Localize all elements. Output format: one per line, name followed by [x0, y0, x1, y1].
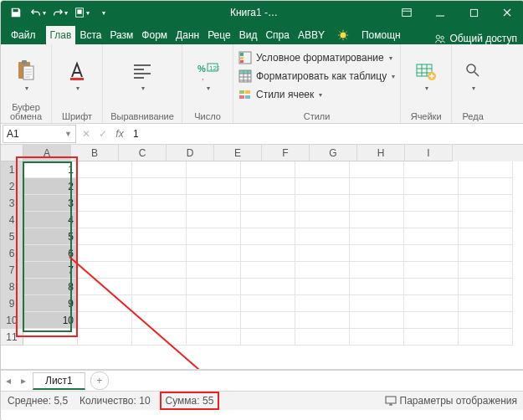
cells-button[interactable]: ▾: [404, 48, 448, 103]
cell[interactable]: [459, 262, 513, 279]
col-header[interactable]: A: [23, 145, 71, 161]
col-header[interactable]: B: [71, 145, 119, 161]
cell[interactable]: [459, 212, 513, 228]
format-as-table[interactable]: Форматировать как таблицу ▾: [238, 68, 395, 85]
cell[interactable]: [241, 262, 295, 279]
cell[interactable]: [187, 245, 241, 262]
cell[interactable]: [241, 212, 295, 228]
tab-abby[interactable]: ABBY: [294, 26, 329, 44]
row-header[interactable]: 10: [1, 312, 23, 329]
cell[interactable]: [459, 295, 513, 312]
cell[interactable]: [132, 279, 187, 295]
spreadsheet-grid[interactable]: A B C D E F G H I 1122334455667788991010…: [1, 145, 523, 370]
tab-data[interactable]: Данн: [172, 26, 203, 44]
row-header[interactable]: 7: [1, 262, 23, 279]
tab-review[interactable]: Реце: [203, 26, 235, 44]
cell[interactable]: [78, 329, 132, 346]
cell[interactable]: [295, 212, 350, 228]
cell[interactable]: [187, 178, 241, 195]
row-header[interactable]: 5: [1, 228, 23, 245]
alignment-button[interactable]: ▾: [109, 48, 176, 103]
cell[interactable]: [295, 161, 350, 178]
cell[interactable]: [187, 228, 241, 245]
cell[interactable]: [350, 312, 404, 329]
tab-view[interactable]: Вид: [235, 26, 262, 44]
cell[interactable]: [187, 295, 241, 312]
cell[interactable]: [404, 178, 459, 195]
cell[interactable]: 9: [23, 295, 78, 312]
cell[interactable]: [132, 312, 187, 329]
sheet-tab[interactable]: Лист1: [33, 372, 85, 390]
undo-icon[interactable]: ▾: [28, 3, 48, 22]
cell[interactable]: [459, 195, 513, 212]
cell[interactable]: [459, 312, 513, 329]
cell[interactable]: [404, 195, 459, 212]
tab-file[interactable]: Файл: [1, 26, 46, 44]
cell[interactable]: 5: [23, 228, 78, 245]
cell[interactable]: [404, 312, 459, 329]
name-box[interactable]: A1 ▼: [3, 125, 76, 143]
cell[interactable]: [404, 212, 459, 228]
cell[interactable]: [350, 329, 404, 346]
cell[interactable]: [23, 329, 78, 346]
row-header[interactable]: 6: [1, 245, 23, 262]
close-icon[interactable]: [490, 1, 523, 24]
row-header[interactable]: 9: [1, 295, 23, 312]
cell[interactable]: [78, 178, 132, 195]
cell[interactable]: [295, 195, 350, 212]
cell[interactable]: 2: [23, 178, 78, 195]
cell[interactable]: [241, 245, 295, 262]
cell[interactable]: [459, 228, 513, 245]
cell[interactable]: [404, 262, 459, 279]
row-header[interactable]: 11: [1, 329, 23, 346]
cell[interactable]: [350, 212, 404, 228]
cell[interactable]: [187, 195, 241, 212]
redo-icon[interactable]: ▾: [49, 3, 69, 22]
cell[interactable]: [132, 295, 187, 312]
ribbon-options-icon[interactable]: [390, 1, 423, 24]
cell[interactable]: [241, 228, 295, 245]
cell[interactable]: [241, 295, 295, 312]
fx-icon[interactable]: fx: [111, 128, 128, 140]
formula-input[interactable]: 1: [128, 128, 523, 140]
tell-me-icon[interactable]: [329, 26, 357, 44]
tab-home[interactable]: Глав: [46, 26, 76, 44]
cell[interactable]: 1: [23, 161, 78, 178]
cell[interactable]: [241, 279, 295, 295]
cell[interactable]: [241, 178, 295, 195]
cell[interactable]: [350, 279, 404, 295]
row-header[interactable]: 4: [1, 212, 23, 228]
cell[interactable]: [350, 245, 404, 262]
cell[interactable]: [132, 161, 187, 178]
cell[interactable]: [295, 262, 350, 279]
cell[interactable]: [295, 178, 350, 195]
cell[interactable]: [241, 195, 295, 212]
cell[interactable]: [459, 245, 513, 262]
touch-mode-icon[interactable]: ▾: [71, 3, 91, 22]
cell[interactable]: [132, 329, 187, 346]
cell[interactable]: [295, 245, 350, 262]
col-header[interactable]: E: [214, 145, 262, 161]
cell[interactable]: [78, 279, 132, 295]
cell[interactable]: [350, 228, 404, 245]
sheet-nav-next-icon[interactable]: ▸: [16, 375, 31, 387]
cell[interactable]: 10: [23, 312, 78, 329]
cell[interactable]: [78, 195, 132, 212]
row-header[interactable]: 3: [1, 195, 23, 212]
cell[interactable]: [404, 245, 459, 262]
tell-me-label[interactable]: Помощн: [357, 26, 405, 44]
cell[interactable]: [350, 295, 404, 312]
cell[interactable]: [241, 329, 295, 346]
row-header[interactable]: 2: [1, 178, 23, 195]
row-header[interactable]: 8: [1, 279, 23, 295]
minimize-icon[interactable]: [423, 1, 457, 24]
number-button[interactable]: %123, ▾: [186, 48, 229, 103]
cell[interactable]: [78, 245, 132, 262]
cell[interactable]: [404, 329, 459, 346]
save-icon[interactable]: [6, 3, 26, 22]
select-all-corner[interactable]: [1, 145, 23, 161]
cell[interactable]: [187, 312, 241, 329]
tab-insert[interactable]: Вста: [75, 26, 105, 44]
cell[interactable]: [78, 212, 132, 228]
col-header[interactable]: I: [405, 145, 453, 161]
